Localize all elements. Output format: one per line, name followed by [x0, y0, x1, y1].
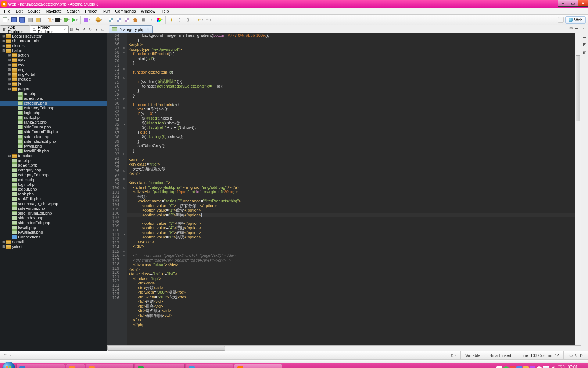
menu-help[interactable]: Help — [158, 8, 172, 14]
tree-item[interactable]: ⊞imgPortal — [0, 72, 107, 77]
taskbar-app[interactable]: Untitled - Paint — [186, 364, 233, 368]
tree-item[interactable]: sideIndex.php — [0, 134, 107, 139]
horizontal-scrollbar[interactable] — [107, 345, 581, 351]
menu-commands[interactable]: Commands — [112, 8, 138, 14]
menu-edit[interactable]: Edit — [13, 8, 25, 14]
tree-item[interactable]: rank.php — [0, 115, 107, 120]
project-tree[interactable]: ⊞Local Filesystem⊞chuandaAdmin⊞discuzz⊟h… — [0, 33, 107, 351]
tree-item[interactable]: ad.php — [0, 158, 107, 163]
tray-icon[interactable] — [503, 366, 509, 368]
refresh-tree-button[interactable]: ↻ — [87, 27, 93, 33]
show-desktop-button[interactable] — [582, 364, 586, 368]
tree-item[interactable]: tvwallEdit.php — [0, 230, 107, 235]
sync-icon[interactable]: ↻ — [573, 353, 578, 357]
print-button[interactable] — [26, 16, 34, 24]
tree-item[interactable]: sideIndexEdit.php — [0, 139, 107, 144]
menu-project[interactable]: Project — [82, 8, 100, 14]
menu-search[interactable]: Search — [64, 8, 82, 14]
tree-item[interactable]: index.php — [0, 177, 107, 182]
save-all-button[interactable] — [18, 16, 26, 24]
vertical-scrollbar[interactable] — [575, 33, 581, 345]
save-button[interactable] — [10, 16, 18, 24]
tree-item[interactable]: categoryEdit.php — [0, 173, 107, 177]
minimize-view-button[interactable]: ▭ — [100, 27, 105, 33]
tree-item[interactable]: tvwallEdit.php — [0, 149, 107, 153]
link-editor-button[interactable]: ⇆ — [75, 27, 80, 33]
script-button[interactable]: 📜 — [47, 16, 54, 24]
tree-item[interactable]: tvwall.php — [0, 144, 107, 149]
external-tools-button[interactable] — [83, 16, 90, 24]
tree-item[interactable]: ⊟hafun — [0, 48, 107, 53]
preview-button[interactable] — [35, 16, 42, 24]
tree-item[interactable]: login.php — [0, 182, 107, 187]
tree-item[interactable]: ⊞action — [0, 53, 107, 58]
terminal-button[interactable] — [55, 16, 62, 24]
view-menu-button[interactable]: ▾ — [93, 27, 99, 33]
tile3-button[interactable] — [123, 16, 131, 24]
tray-icon[interactable] — [523, 366, 529, 368]
tab-project-explorer[interactable]: 🗀 Project Explorer ✕ — [30, 25, 69, 33]
tray-icon[interactable] — [536, 366, 542, 368]
tree-item[interactable]: ⊞discuzz — [0, 43, 107, 48]
mark2-button[interactable]: ▯ — [176, 16, 183, 24]
close-icon[interactable]: ✕ — [63, 28, 66, 31]
tree-item[interactable]: ⊞yiitest — [0, 244, 107, 249]
tree-item[interactable]: tvwall.php — [0, 225, 107, 230]
tree-item[interactable]: logout.php — [0, 187, 107, 192]
new-button[interactable] — [2, 16, 10, 24]
system-tray[interactable]: ▴ 下午 07:01 2012/8/21 — [491, 364, 586, 368]
tree-item[interactable]: ⊞img — [0, 67, 107, 72]
taskbar-app[interactable]: notebook - BITTY... — [16, 364, 65, 368]
menu-source[interactable]: Source — [25, 8, 43, 14]
tree-item[interactable]: adEdit.php — [0, 163, 107, 168]
menu-run[interactable]: Run — [100, 8, 112, 14]
tree-item[interactable]: sideIndexEdit.php — [0, 220, 107, 225]
editor-tab-category[interactable]: *category.php ✕ — [109, 25, 153, 33]
tile2-button[interactable] — [115, 16, 123, 24]
tree-item[interactable]: sideForum.php — [0, 206, 107, 211]
tree-item[interactable]: Connections — [0, 235, 107, 240]
tree-item[interactable]: ⊞include — [0, 77, 107, 82]
home-button[interactable] — [132, 16, 139, 24]
tree-item[interactable]: rankEdit.php — [0, 120, 107, 125]
tray-network-icon[interactable] — [543, 366, 549, 368]
heap-icon[interactable]: ▭ — [568, 353, 573, 357]
tree-item[interactable]: sideIndex.php — [0, 216, 107, 220]
tree-item[interactable]: category.php — [0, 168, 107, 173]
forward-button[interactable]: ➡ — [204, 16, 212, 24]
editor-max-button[interactable]: ▭ — [568, 25, 573, 33]
snippets-toggle-button[interactable]: ◩ — [582, 42, 587, 49]
tray-icon[interactable] — [516, 366, 522, 368]
tray-icon[interactable] — [530, 366, 535, 368]
tree-item[interactable]: ⊞Local Filesystem — [0, 34, 107, 39]
menu-file[interactable]: File — [1, 8, 13, 14]
tray-icon[interactable] — [496, 366, 502, 368]
back-button[interactable]: ⬅ — [196, 16, 204, 24]
filter-button[interactable]: ⧩ — [81, 27, 87, 33]
tree-item[interactable]: ⊟pages — [0, 86, 107, 91]
close-button[interactable]: ✕ — [578, 0, 588, 7]
tree-item[interactable]: adEdit.php — [0, 96, 107, 101]
menu-navigate[interactable]: Navigate — [43, 8, 64, 14]
tree-item[interactable]: login.php — [0, 110, 107, 115]
taskbar-clock[interactable]: 下午 07:01 2012/8/21 — [556, 365, 580, 368]
tree-item[interactable]: ⊟template — [0, 153, 107, 158]
menu-window[interactable]: Window — [139, 8, 158, 14]
color-button[interactable] — [156, 16, 163, 24]
tree-item[interactable]: securimage_show.php — [0, 201, 107, 206]
mark1-button[interactable]: ▮ — [168, 16, 175, 24]
tree-item[interactable]: ⊞qamall — [0, 240, 107, 244]
line-number-gutter[interactable]: 6465666768697071727374757677787980818283… — [107, 33, 122, 345]
tree-item[interactable]: ⊞js — [0, 82, 107, 86]
tray-volume-icon[interactable] — [549, 366, 555, 368]
perspective-web[interactable]: Web — [565, 16, 586, 24]
tree-item[interactable]: ⊞chuandaAdmin — [0, 39, 107, 43]
close-tab-icon[interactable]: ✕ — [146, 27, 149, 32]
tree-item[interactable]: sideForumEdit.php — [0, 211, 107, 216]
terminal-status-icon[interactable]: ⬚ — [3, 353, 8, 357]
run-button[interactable] — [71, 16, 78, 24]
tree-item[interactable]: sideForumEdit.php — [0, 130, 107, 134]
editor-min-button[interactable]: ▬ — [574, 25, 579, 33]
collapse-all-button[interactable]: ⊟ — [68, 27, 74, 33]
taskbar-app[interactable]: Blogger: Bitty so ... — [86, 364, 134, 368]
